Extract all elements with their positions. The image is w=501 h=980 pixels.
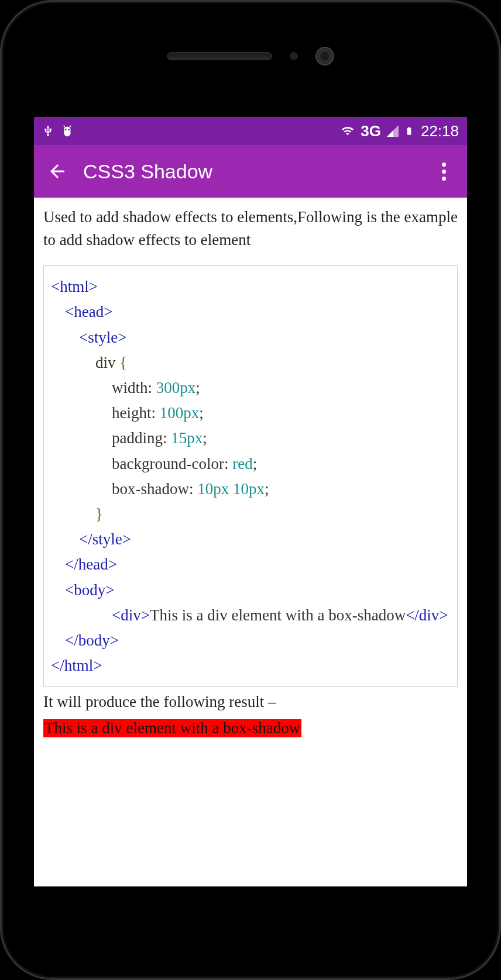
content-area[interactable]: Used to add shadow effects to elements,F… [34,198,467,746]
code-tag: <head> [65,303,112,320]
phone-frame: 3G 22:18 CSS3 Shadow [0,0,501,980]
result-box-shadow-demo: This is a div element with a box-shadow [43,719,301,737]
more-vert-icon [442,163,446,181]
code-property: height: [112,404,156,422]
screen: 3G 22:18 CSS3 Shadow [34,117,467,886]
code-brace: { [119,354,127,371]
code-tag: </html> [51,657,102,674]
code-tag: </style> [79,530,131,548]
result-label: It will produce the following result – [43,693,458,711]
code-semi: ; [203,429,207,447]
signal-icon [386,124,400,138]
code-property: width: [112,379,152,396]
battery-icon [404,123,414,139]
code-property: box-shadow: [112,480,193,498]
code-property: background-color: [112,455,228,472]
status-bar: 3G 22:18 [34,117,467,145]
clock: 22:18 [421,122,459,140]
code-selector: div [95,354,119,371]
more-options-button[interactable] [432,160,455,183]
code-tag: <body> [65,581,114,599]
code-semi: ; [199,404,204,422]
network-label: 3G [361,122,381,140]
phone-inner: 3G 22:18 CSS3 Shadow [11,12,490,968]
code-brace: } [95,505,103,523]
code-semi: ; [253,455,258,472]
code-tag: <html> [51,278,98,295]
debug-icon [61,123,74,139]
wifi-icon [339,125,356,137]
phone-sensor [290,52,298,60]
code-tag: <div> [112,606,150,624]
code-value: 15px [167,429,203,447]
code-tag: </head> [65,555,117,573]
code-tag: </body> [65,632,119,649]
code-value: red [228,455,252,472]
code-value: 100px [156,404,199,422]
code-semi: ; [265,480,269,498]
code-value: 300px [152,379,195,396]
code-semi: ; [195,379,200,396]
back-button[interactable] [46,160,69,183]
code-tag: <style> [79,329,126,346]
page-title: CSS3 Shadow [83,160,432,183]
code-tag: </div> [406,606,448,624]
code-property: padding: [112,429,167,447]
arrow-left-icon [47,161,68,182]
status-left [42,123,74,139]
code-value: 10px 10px [193,480,265,498]
code-example: <html> <head> <style> div { width: 300px… [43,265,458,687]
phone-hardware-top [167,47,334,65]
status-right: 3G 22:18 [339,122,459,140]
usb-icon [42,123,54,139]
code-text: This is a div element with a box-shadow [150,606,406,624]
app-bar: CSS3 Shadow [34,145,467,198]
intro-paragraph: Used to add shadow effects to elements,F… [43,206,458,251]
phone-speaker [167,52,272,60]
phone-camera [315,47,334,65]
